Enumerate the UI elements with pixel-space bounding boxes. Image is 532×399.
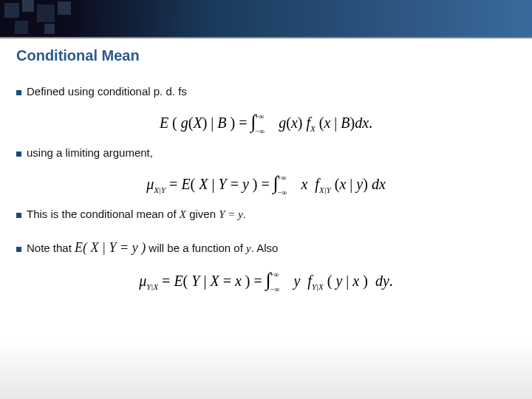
bullet-icon bbox=[16, 213, 21, 218]
page-title: Conditional Mean bbox=[0, 37, 532, 64]
bullet-4-text: Note that E( X | Y = y ) will be a funct… bbox=[27, 239, 278, 257]
equation-2: μX|Y = E( X | Y = y ) = ∫+∞−∞ x fX|Y (x … bbox=[16, 166, 516, 206]
bullet-1: Defined using conditional p. d. fs bbox=[16, 83, 516, 99]
b3-bold: the conditional mean of bbox=[62, 208, 180, 220]
header-decor bbox=[0, 0, 96, 37]
bullet-3-text: This is the conditional mean of X given … bbox=[27, 206, 246, 222]
bullet-1-text: Defined using conditional p. d. fs bbox=[27, 83, 187, 99]
bullet-icon bbox=[16, 90, 21, 95]
b3-mid: given bbox=[186, 208, 219, 220]
b3-pre: This is bbox=[27, 208, 62, 220]
b3-post: . bbox=[243, 208, 246, 220]
bullet-3: This is the conditional mean of X given … bbox=[16, 206, 516, 222]
b4-post1: will be a function of bbox=[146, 242, 246, 254]
b4-pre: Note that bbox=[27, 242, 75, 254]
header-bar bbox=[0, 0, 532, 37]
content-area: Defined using conditional p. d. fs E ( g… bbox=[0, 64, 532, 303]
b4-post2: . Also bbox=[251, 242, 279, 254]
bullet-4: Note that E( X | Y = y ) will be a funct… bbox=[16, 239, 516, 257]
b4-eq: E( X | Y = y ) bbox=[75, 240, 146, 255]
bullet-2-text: using a limiting argument, bbox=[27, 145, 153, 160]
equation-1: E ( g(X) | B ) = ∫+∞−∞ g(x) fX (x | B)dx… bbox=[16, 105, 516, 145]
b4-var: y bbox=[246, 242, 251, 254]
bullet-icon bbox=[16, 247, 21, 252]
b3-x: X bbox=[180, 208, 186, 220]
b3-y: Y = y bbox=[219, 208, 243, 220]
bullet-icon bbox=[16, 151, 21, 157]
bullet-2: using a limiting argument, bbox=[16, 145, 516, 160]
equation-3: μY|X = E( Y | X = x ) = ∫+∞−∞ y fY|X ( y… bbox=[16, 263, 516, 303]
